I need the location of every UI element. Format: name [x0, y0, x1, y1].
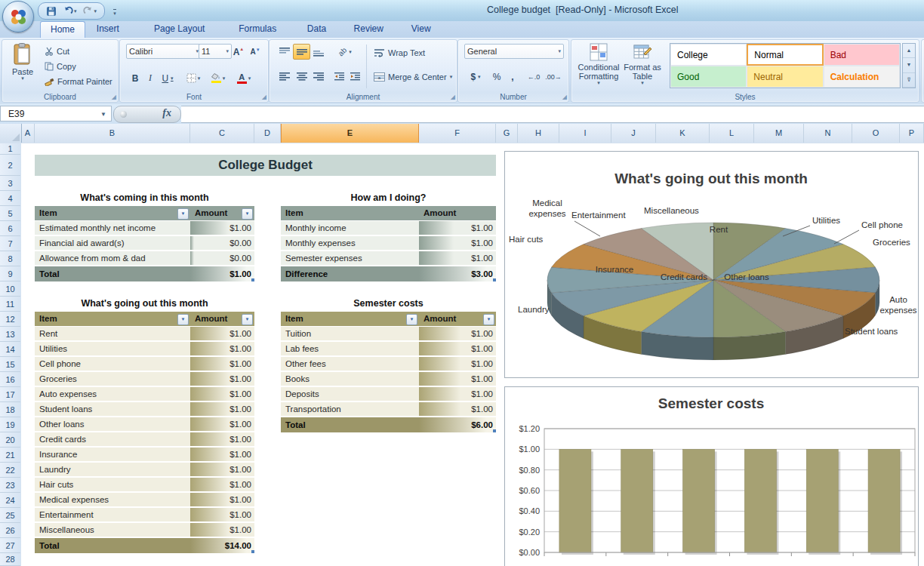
merge-center-button[interactable]: a Merge & Center ▾: [374, 70, 452, 83]
gallery-more-button[interactable]: ⊽: [903, 73, 915, 88]
gallery-scroll-up[interactable]: ▲: [903, 44, 915, 58]
paste-dropdown[interactable]: ▾: [21, 76, 24, 81]
decrease-indent-button[interactable]: [331, 69, 347, 85]
decrease-decimal-button[interactable]: .00→: [543, 69, 564, 85]
align-right-button[interactable]: [310, 69, 327, 85]
tab-review[interactable]: Review: [344, 21, 393, 37]
row-header-12[interactable]: 12: [0, 312, 20, 327]
align-center-button[interactable]: [293, 69, 310, 85]
bar-lab-fees[interactable]: [621, 449, 653, 552]
row-header-8[interactable]: 8: [0, 251, 20, 266]
redo-dropdown[interactable]: ▾: [94, 8, 97, 14]
formula-input[interactable]: [181, 106, 924, 123]
copy-button[interactable]: Copy: [45, 60, 76, 72]
bar-transportation[interactable]: [868, 449, 900, 552]
table-row[interactable]: Estimated monthly net income$1.00: [35, 221, 254, 235]
table-row[interactable]: Rent$1.00: [35, 327, 254, 340]
bar-deposits[interactable]: [806, 449, 838, 552]
table-row[interactable]: Monthly income$1.00: [281, 221, 496, 235]
select-all-corner[interactable]: [0, 124, 22, 143]
bold-button[interactable]: B: [128, 70, 143, 86]
table-total-row[interactable]: Difference$3.00: [281, 266, 496, 281]
row-header-21[interactable]: 21: [0, 448, 20, 463]
table-row[interactable]: Deposits$1.00: [281, 387, 496, 401]
row-header-17[interactable]: 17: [0, 387, 20, 402]
column-header-J[interactable]: J: [611, 124, 656, 143]
tab-insert[interactable]: Insert: [87, 21, 129, 37]
tab-page-layout[interactable]: Page Layout: [144, 21, 214, 37]
column-header-K[interactable]: K: [656, 124, 710, 143]
row-header-27[interactable]: 27: [0, 538, 20, 553]
table-total-row[interactable]: Total$14.00: [35, 538, 254, 553]
cell-style-bad[interactable]: Bad: [824, 44, 900, 66]
table-row[interactable]: Entertainment$1.00: [35, 508, 254, 521]
row-header-19[interactable]: 19: [0, 417, 20, 432]
font-size-combo[interactable]: 11▾: [199, 44, 232, 59]
table-row[interactable]: Semester expenses$1.00: [281, 251, 496, 265]
table-row[interactable]: Financial aid award(s)$0.00: [35, 236, 254, 250]
amount-filter-button[interactable]: ▼: [242, 208, 253, 220]
row-header-23[interactable]: 23: [0, 478, 20, 493]
tab-data[interactable]: Data: [297, 21, 336, 37]
row-header-14[interactable]: 14: [0, 342, 20, 357]
gallery-scroll-down[interactable]: ▼: [903, 58, 915, 72]
cell-style-neutral[interactable]: Neutral: [747, 66, 823, 88]
undo-dropdown[interactable]: ▾: [74, 8, 77, 14]
cell-style-normal[interactable]: Normal: [747, 44, 823, 66]
table-total-row[interactable]: Total$1.00: [35, 266, 254, 281]
row-header-28[interactable]: 28: [0, 553, 20, 566]
row-header-26[interactable]: 26: [0, 523, 20, 538]
conditional-formatting-button[interactable]: Conditional Formatting ▾: [576, 42, 621, 92]
column-header-L[interactable]: L: [710, 124, 754, 143]
underline-button[interactable]: U▾: [158, 70, 177, 86]
bar-chart-panel[interactable]: Semester costs$0.00$0.20$0.40$0.60$0.80$…: [504, 386, 919, 566]
row-header-5[interactable]: 5: [0, 206, 20, 221]
borders-button[interactable]: ▾: [182, 70, 205, 86]
table-row[interactable]: Student loans$1.00: [35, 402, 254, 416]
tab-formulas[interactable]: Formulas: [229, 21, 286, 37]
row-header-3[interactable]: 3: [0, 176, 20, 191]
save-button[interactable]: [45, 5, 58, 17]
table-row[interactable]: Medical expenses$1.00: [35, 493, 254, 506]
row-header-25[interactable]: 25: [0, 508, 20, 523]
row-header-20[interactable]: 20: [0, 432, 20, 448]
table-row[interactable]: Miscellaneous$1.00: [35, 523, 254, 537]
alignment-dialog-launcher[interactable]: ◢: [451, 94, 455, 100]
font-dialog-launcher[interactable]: ◢: [262, 94, 266, 100]
table-row[interactable]: Cell phone$1.00: [35, 357, 254, 371]
table-row[interactable]: Groceries$1.00: [35, 372, 254, 386]
worksheet[interactable]: College Budget What's coming in this mon…: [21, 143, 924, 566]
table-row[interactable]: Insurance$1.00: [35, 448, 254, 461]
cell-style-good[interactable]: Good: [670, 66, 747, 88]
column-header-D[interactable]: D: [254, 124, 281, 143]
column-header-O[interactable]: O: [852, 124, 900, 143]
column-header-H[interactable]: H: [518, 124, 559, 143]
row-header-2[interactable]: 2: [0, 155, 20, 176]
column-header-E[interactable]: E: [281, 124, 419, 143]
column-header-M[interactable]: M: [754, 124, 804, 143]
row-header-22[interactable]: 22: [0, 463, 20, 478]
merge-center-dropdown[interactable]: ▾: [450, 75, 453, 79]
table-row[interactable]: Hair cuts$1.00: [35, 478, 254, 491]
tab-view[interactable]: View: [402, 21, 441, 37]
align-left-button[interactable]: [276, 69, 293, 85]
row-header-18[interactable]: 18: [0, 402, 20, 417]
name-box[interactable]: E39 ▼: [0, 106, 112, 122]
number-format-combo[interactable]: General▾: [464, 44, 564, 59]
column-header-C[interactable]: C: [190, 124, 254, 143]
table-row[interactable]: Allowance from mom & dad$0.00: [35, 251, 254, 265]
wrap-text-button[interactable]: Wrap Text: [374, 46, 425, 59]
row-header-16[interactable]: 16: [0, 372, 20, 387]
row-header-15[interactable]: 15: [0, 357, 20, 372]
table-resize-handle[interactable]: [493, 429, 496, 432]
increase-indent-button[interactable]: [347, 69, 363, 85]
undo-button[interactable]: ▾: [61, 5, 79, 17]
table-row[interactable]: Other fees$1.00: [281, 357, 496, 371]
table-row[interactable]: Transportation$1.00: [281, 402, 496, 416]
office-button[interactable]: [2, 1, 34, 32]
row-header-9[interactable]: 9: [0, 266, 20, 281]
item-filter-button[interactable]: ▼: [177, 314, 189, 325]
tab-home[interactable]: Home: [40, 21, 85, 38]
column-header-F[interactable]: F: [419, 124, 496, 143]
cell-style-college[interactable]: College: [670, 44, 747, 66]
